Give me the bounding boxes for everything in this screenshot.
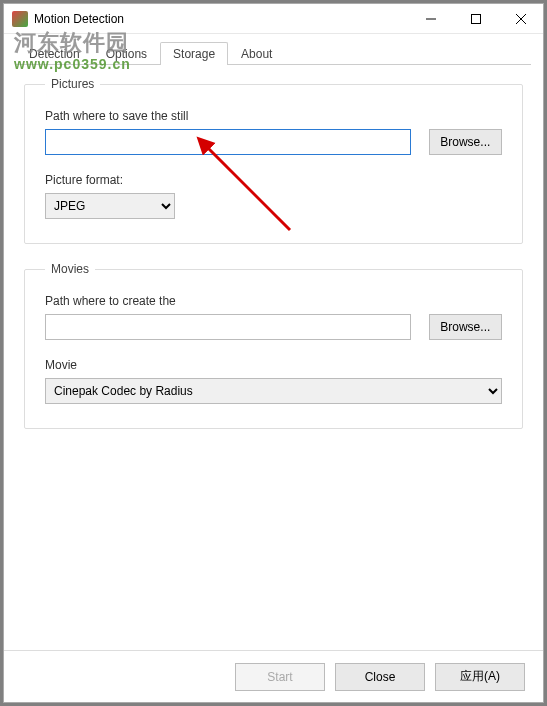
movies-path-input[interactable] <box>45 314 411 340</box>
tab-strip: Detection Options Storage About <box>4 34 543 65</box>
pictures-path-label: Path where to save the still <box>45 109 502 123</box>
start-button: Start <box>235 663 325 691</box>
close-button[interactable]: Close <box>335 663 425 691</box>
movies-legend: Movies <box>45 262 95 276</box>
movie-codec-select[interactable]: Cinepak Codec by Radius <box>45 378 502 404</box>
picture-format-label: Picture format: <box>45 173 502 187</box>
pictures-browse-button[interactable]: Browse... <box>429 129 502 155</box>
tab-options[interactable]: Options <box>93 42 160 65</box>
app-icon <box>12 11 28 27</box>
tabstrip-line <box>16 64 531 65</box>
minimize-button[interactable] <box>408 4 453 34</box>
tab-detection[interactable]: Detection <box>16 42 93 65</box>
bottom-button-bar: Start Close 应用(A) <box>4 650 543 702</box>
window-title: Motion Detection <box>34 12 408 26</box>
movies-path-label: Path where to create the <box>45 294 502 308</box>
tab-storage[interactable]: Storage <box>160 42 228 65</box>
app-window: Motion Detection Detection Options Stora… <box>3 3 544 703</box>
pictures-group: Pictures Path where to save the still Br… <box>24 77 523 244</box>
titlebar: Motion Detection <box>4 4 543 34</box>
tab-about[interactable]: About <box>228 42 285 65</box>
svg-rect-1 <box>471 14 480 23</box>
movie-codec-label: Movie <box>45 358 502 372</box>
close-window-button[interactable] <box>498 4 543 34</box>
movies-group: Movies Path where to create the Browse..… <box>24 262 523 429</box>
picture-format-select[interactable]: JPEG <box>45 193 175 219</box>
pictures-legend: Pictures <box>45 77 100 91</box>
tab-content: Pictures Path where to save the still Br… <box>4 65 543 507</box>
maximize-button[interactable] <box>453 4 498 34</box>
apply-button[interactable]: 应用(A) <box>435 663 525 691</box>
movies-browse-button[interactable]: Browse... <box>429 314 502 340</box>
pictures-path-input[interactable] <box>45 129 411 155</box>
